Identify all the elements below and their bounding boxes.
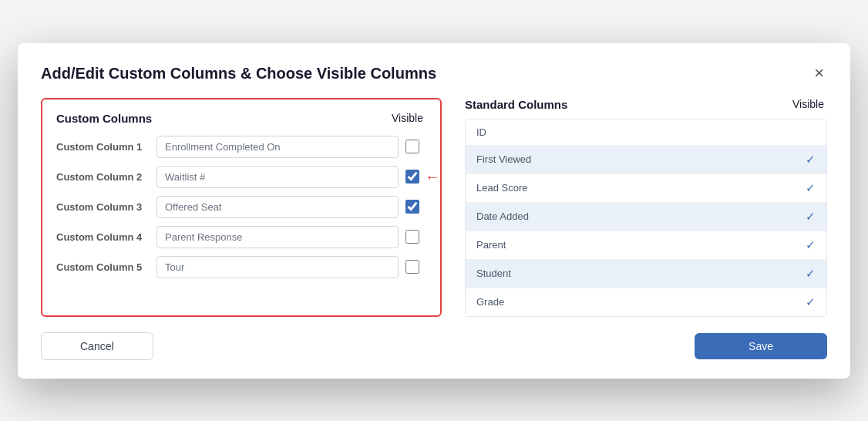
custom-col-4-checkbox[interactable] — [405, 230, 419, 244]
modal-overlay: Add/Edit Custom Columns & Choose Visible… — [0, 0, 868, 421]
custom-col-4-input[interactable] — [156, 226, 399, 248]
standard-row-parent: Parent ✓ — [466, 231, 826, 260]
custom-col-3-checkbox-wrap — [399, 200, 426, 214]
standard-col-id-name: ID — [476, 126, 486, 138]
cancel-button[interactable]: Cancel — [41, 332, 153, 360]
standard-row-student: Student ✓ — [466, 260, 826, 288]
modal-footer: Cancel Save — [41, 332, 827, 360]
modal-header: Add/Edit Custom Columns & Choose Visible… — [41, 65, 827, 83]
standard-columns-title: Standard Columns — [465, 98, 567, 111]
custom-columns-title: Custom Columns — [56, 112, 152, 125]
standard-col-first-viewed-name: First Viewed — [476, 153, 531, 165]
custom-column-row-2: Custom Column 2 ← — [56, 166, 426, 188]
custom-col-5-checkbox[interactable] — [405, 260, 419, 274]
custom-col-3-input[interactable] — [156, 196, 399, 218]
custom-column-row-5: Custom Column 5 — [56, 256, 426, 278]
modal-dialog: Add/Edit Custom Columns & Choose Visible… — [18, 43, 850, 379]
custom-col-2-input[interactable] — [156, 166, 399, 188]
close-button[interactable]: × — [811, 65, 827, 82]
standard-row-grade: Grade ✓ — [466, 288, 826, 316]
custom-col-3-label: Custom Column 3 — [56, 201, 156, 213]
custom-col-3-checkbox[interactable] — [405, 200, 419, 214]
standard-col-lead-score-check: ✓ — [806, 181, 816, 195]
custom-col-4-label: Custom Column 4 — [56, 231, 156, 243]
standard-columns-list: ID First Viewed ✓ Lead Score ✓ Date Adde… — [465, 119, 827, 317]
custom-columns-header: Custom Columns Visible — [56, 112, 426, 125]
custom-col-4-checkbox-wrap — [399, 230, 426, 244]
custom-col-5-input[interactable] — [156, 256, 399, 278]
custom-column-row-1: Custom Column 1 — [56, 136, 426, 158]
standard-col-grade-name: Grade — [476, 296, 504, 308]
standard-col-grade-check: ✓ — [806, 295, 816, 309]
standard-col-student-name: Student — [476, 268, 511, 279]
standard-visible-label: Visible — [792, 98, 824, 110]
standard-row-date-added: Date Added ✓ — [466, 203, 826, 231]
standard-row-first-viewed: First Viewed ✓ — [466, 146, 826, 174]
standard-col-lead-score-name: Lead Score — [476, 182, 528, 194]
standard-row-id: ID — [466, 120, 826, 146]
custom-visible-label: Visible — [392, 112, 423, 124]
custom-col-2-checkbox-wrap: ← — [399, 170, 426, 184]
custom-col-2-checkbox[interactable] — [405, 170, 419, 184]
standard-col-student-check: ✓ — [806, 267, 816, 281]
custom-col-1-checkbox-wrap — [399, 140, 426, 153]
save-button[interactable]: Save — [695, 333, 827, 359]
custom-columns-panel: Custom Columns Visible Custom Column 1 C… — [41, 98, 442, 317]
standard-col-parent-check: ✓ — [806, 238, 816, 252]
custom-column-row-4: Custom Column 4 — [56, 226, 426, 248]
standard-columns-panel: Standard Columns Visible ID First Viewed… — [465, 98, 827, 317]
standard-col-date-added-name: Date Added — [476, 210, 529, 222]
custom-col-5-checkbox-wrap — [399, 260, 426, 274]
standard-col-date-added-check: ✓ — [806, 210, 816, 224]
standard-col-first-viewed-check: ✓ — [806, 153, 816, 167]
custom-col-5-label: Custom Column 5 — [56, 261, 156, 273]
modal-body: Custom Columns Visible Custom Column 1 C… — [41, 98, 827, 317]
standard-columns-header: Standard Columns Visible — [465, 98, 827, 111]
arrow-indicator: ← — [425, 168, 440, 186]
custom-column-row-3: Custom Column 3 — [56, 196, 426, 218]
custom-col-1-label: Custom Column 1 — [56, 141, 156, 153]
standard-row-lead-score: Lead Score ✓ — [466, 174, 826, 203]
custom-col-1-checkbox[interactable] — [405, 140, 419, 153]
standard-col-parent-name: Parent — [476, 239, 506, 251]
custom-col-2-label: Custom Column 2 — [56, 171, 156, 183]
custom-col-1-input[interactable] — [156, 136, 399, 158]
modal-title: Add/Edit Custom Columns & Choose Visible… — [41, 65, 436, 83]
